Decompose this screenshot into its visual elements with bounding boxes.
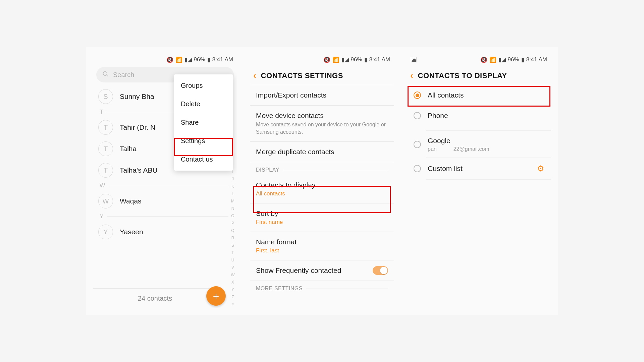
- clock: 8:41 AM: [526, 56, 547, 63]
- avatar: S: [98, 89, 113, 104]
- status-bar: 🔇 📶 ▮◢ 96% ▮ 8:41 AM: [250, 54, 394, 66]
- setting-value: All contacts: [256, 190, 388, 197]
- avatar: T: [98, 120, 113, 135]
- svg-line-1: [107, 75, 108, 76]
- battery-percent: 96%: [508, 56, 519, 63]
- avatar: T: [98, 163, 113, 178]
- menu-delete[interactable]: Delete: [174, 95, 233, 113]
- radio-icon: [414, 112, 421, 119]
- battery-percent: 96%: [194, 56, 205, 63]
- menu-settings[interactable]: Settings: [174, 132, 233, 150]
- contact-row[interactable]: Y Yaseen: [96, 221, 237, 243]
- battery-icon: ▮: [207, 56, 210, 63]
- back-button[interactable]: ‹: [253, 70, 256, 81]
- clock: 8:41 AM: [212, 56, 233, 63]
- add-contact-fab[interactable]: ＋: [206, 286, 226, 306]
- settings-list: Import/Export contacts Move device conta…: [250, 85, 394, 294]
- screenshot-notif-icon: [411, 57, 417, 62]
- setting-move-contacts[interactable]: Move device contacts Move contacts saved…: [250, 106, 394, 142]
- setting-label: Name format: [256, 238, 388, 246]
- battery-icon: ▮: [521, 56, 524, 63]
- plus-icon: ＋: [211, 289, 221, 303]
- triptych: 🔇 📶 ▮◢ 96% ▮ 8:41 AM Search S Sunny Bha …: [86, 47, 558, 315]
- option-label: Phone: [428, 112, 448, 120]
- section-header: Y: [96, 212, 237, 221]
- signal-icon: ▮◢: [341, 56, 349, 63]
- clock: 8:41 AM: [369, 56, 390, 63]
- search-icon: [102, 71, 109, 79]
- option-label: All contacts: [428, 91, 464, 99]
- contact-name: Talha's ABU: [120, 166, 158, 174]
- setting-description: Move contacts saved on your device to yo…: [256, 121, 388, 135]
- section-header: W: [96, 181, 237, 190]
- status-bar: 🔇 📶 ▮◢ 96% ▮ 8:41 AM: [407, 54, 551, 66]
- option-all-contacts[interactable]: All contacts: [407, 85, 551, 106]
- option-label: Google: [428, 137, 489, 145]
- setting-merge-duplicates[interactable]: Merge duplicate contacts: [250, 142, 394, 162]
- option-google[interactable]: Google pan22@gmail.com: [407, 131, 551, 154]
- mute-icon: 🔇: [166, 56, 173, 63]
- setting-value: First, last: [256, 247, 388, 254]
- signal-icon: ▮◢: [498, 56, 506, 63]
- setting-contacts-to-display[interactable]: Contacts to display All contacts: [250, 175, 394, 203]
- contacts-count: 24 contacts: [93, 288, 217, 302]
- option-sublabel: pan22@gmail.com: [428, 146, 489, 152]
- wifi-icon: 📶: [332, 56, 339, 63]
- category-more: MORE SETTINGS: [250, 281, 394, 294]
- avatar: T: [98, 141, 113, 156]
- setting-show-frequently[interactable]: Show Frequently contacted: [250, 260, 394, 281]
- setting-import-export[interactable]: Import/Export contacts: [250, 85, 394, 106]
- radio-icon: [414, 92, 421, 99]
- contact-name: Sunny Bha: [120, 93, 154, 101]
- gear-icon[interactable]: ⚙: [537, 164, 544, 173]
- app-header: ‹ CONTACTS SETTINGS: [250, 66, 394, 85]
- setting-sort-by[interactable]: Sort by First name: [250, 203, 394, 232]
- mute-icon: 🔇: [480, 56, 487, 63]
- screen-contacts-settings: 🔇 📶 ▮◢ 96% ▮ 8:41 AM ‹ CONTACTS SETTINGS…: [250, 54, 394, 308]
- menu-groups[interactable]: Groups: [174, 76, 233, 95]
- page-title: CONTACTS SETTINGS: [261, 71, 343, 80]
- radio-list: All contacts Phone Google pan22@gmail.co…: [407, 85, 551, 180]
- contact-row[interactable]: W Waqas: [96, 190, 237, 212]
- radio-icon: [414, 165, 421, 172]
- overflow-menu: Groups Delete Share Settings Contact us: [174, 74, 233, 171]
- screen-contacts-list: 🔇 📶 ▮◢ 96% ▮ 8:41 AM Search S Sunny Bha …: [93, 54, 237, 308]
- setting-label: Contacts to display: [256, 181, 388, 189]
- menu-contact-us[interactable]: Contact us: [174, 150, 233, 169]
- setting-name-format[interactable]: Name format First, last: [250, 232, 394, 260]
- mute-icon: 🔇: [323, 56, 330, 63]
- status-bar: 🔇 📶 ▮◢ 96% ▮ 8:41 AM: [93, 54, 237, 66]
- setting-label: Move device contacts: [256, 112, 388, 120]
- radio-icon: [414, 141, 421, 148]
- avatar: Y: [98, 225, 113, 239]
- battery-percent: 96%: [351, 56, 362, 63]
- contact-name: Talha: [120, 145, 137, 153]
- menu-share[interactable]: Share: [174, 113, 233, 132]
- app-header: ‹ CONTACTS TO DISPLAY: [407, 66, 551, 85]
- setting-label: Sort by: [256, 209, 388, 218]
- contact-name: Tahir (Dr. N: [120, 123, 155, 131]
- wifi-icon: 📶: [175, 56, 182, 63]
- wifi-icon: 📶: [489, 56, 496, 63]
- setting-value: First name: [256, 219, 388, 226]
- setting-label: Import/Export contacts: [256, 91, 388, 99]
- toggle-switch[interactable]: [373, 266, 388, 275]
- avatar: W: [98, 194, 113, 208]
- option-phone[interactable]: Phone: [407, 106, 551, 120]
- option-label: Custom list: [428, 165, 463, 173]
- setting-label: Merge duplicate contacts: [256, 148, 388, 156]
- search-placeholder: Search: [113, 71, 134, 79]
- screen-contacts-to-display: 🔇 📶 ▮◢ 96% ▮ 8:41 AM ‹ CONTACTS TO DISPL…: [407, 54, 551, 308]
- category-display: DISPLAY: [250, 162, 394, 175]
- option-custom-list[interactable]: Custom list ⚙: [407, 158, 551, 179]
- signal-icon: ▮◢: [184, 56, 192, 63]
- battery-icon: ▮: [364, 56, 367, 63]
- back-button[interactable]: ‹: [410, 70, 413, 81]
- contact-name: Yaseen: [120, 228, 143, 236]
- setting-label: Show Frequently contacted: [256, 266, 388, 275]
- alpha-index[interactable]: IJKLMNOPQRSTUVWXYZ#: [230, 169, 236, 307]
- contact-name: Waqas: [120, 197, 142, 205]
- svg-point-0: [103, 71, 107, 75]
- page-title: CONTACTS TO DISPLAY: [418, 71, 507, 80]
